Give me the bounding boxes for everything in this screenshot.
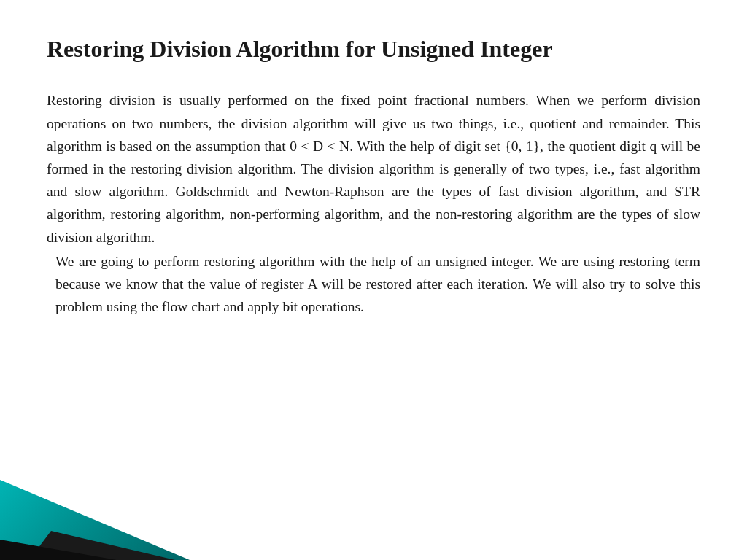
slide-title: Restoring Division Algorithm for Unsigne…: [47, 35, 700, 63]
content-area: Restoring Division Algorithm for Unsigne…: [0, 0, 747, 332]
bottom-decoration: [0, 480, 747, 560]
second-paragraph: We are going to perform restoring algori…: [47, 250, 700, 319]
main-paragraph: Restoring division is usually performed …: [47, 89, 700, 248]
slide-container: Restoring Division Algorithm for Unsigne…: [0, 0, 747, 560]
